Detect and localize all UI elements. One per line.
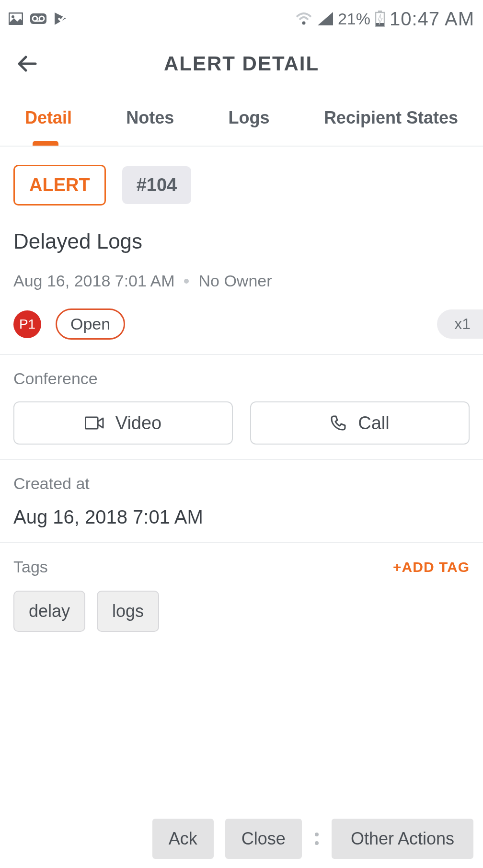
count-pill: x1 bbox=[437, 309, 483, 339]
ack-button[interactable]: Ack bbox=[152, 819, 214, 859]
phone-icon bbox=[330, 415, 346, 431]
signal-icon bbox=[317, 12, 333, 25]
close-alert-button[interactable]: Close bbox=[225, 819, 302, 859]
image-icon bbox=[9, 12, 23, 25]
tag-chip[interactable]: logs bbox=[97, 591, 159, 632]
created-at-label: Created at bbox=[13, 474, 470, 493]
meta-separator-dot bbox=[184, 279, 189, 284]
tags-section: Tags +ADD TAG delay logs bbox=[0, 543, 483, 637]
svg-rect-10 bbox=[85, 417, 98, 429]
clock-time: 10:47 AM bbox=[390, 8, 474, 30]
status-pill: Open bbox=[56, 308, 125, 340]
page-title: ALERT DETAIL bbox=[164, 52, 319, 75]
play-check-icon bbox=[54, 11, 68, 26]
tag-chip[interactable]: delay bbox=[13, 591, 85, 632]
voicemail-icon bbox=[30, 13, 47, 24]
app-bar: ALERT DETAIL bbox=[0, 37, 483, 90]
video-button-label: Video bbox=[115, 413, 162, 434]
created-at-value: Aug 16, 2018 7:01 AM bbox=[13, 506, 470, 528]
video-icon bbox=[85, 416, 104, 430]
bottom-action-bar: Ack Close Other Actions bbox=[0, 810, 483, 868]
other-actions-button[interactable]: Other Actions bbox=[332, 819, 473, 859]
battery-icon bbox=[375, 11, 385, 27]
conference-section: Conference Video Call bbox=[0, 355, 483, 460]
tab-bar: Detail Notes Logs Recipient States bbox=[0, 90, 483, 147]
tab-logs[interactable]: Logs bbox=[229, 103, 270, 133]
alert-title: Delayed Logs bbox=[13, 229, 470, 253]
back-button[interactable] bbox=[13, 49, 42, 78]
tab-detail[interactable]: Detail bbox=[25, 103, 72, 133]
kebab-icon bbox=[313, 833, 320, 845]
tab-notes[interactable]: Notes bbox=[126, 103, 174, 133]
alert-id-chip: #104 bbox=[122, 166, 192, 204]
alert-owner: No Owner bbox=[198, 272, 272, 290]
created-at-section: Created at Aug 16, 2018 7:01 AM bbox=[0, 460, 483, 543]
alert-type-chip: ALERT bbox=[13, 165, 106, 206]
wifi-icon bbox=[296, 12, 312, 25]
svg-point-1 bbox=[12, 15, 14, 18]
call-button[interactable]: Call bbox=[250, 401, 470, 445]
battery-percent: 21% bbox=[338, 10, 370, 28]
add-tag-button[interactable]: +ADD TAG bbox=[393, 559, 470, 575]
conference-label: Conference bbox=[13, 369, 470, 388]
alert-timestamp: Aug 16, 2018 7:01 AM bbox=[13, 272, 174, 290]
video-button[interactable]: Video bbox=[13, 401, 233, 445]
android-status-bar: 21% 10:47 AM bbox=[0, 0, 483, 37]
tags-label: Tags bbox=[13, 558, 48, 576]
tab-indicator bbox=[33, 141, 58, 146]
call-button-label: Call bbox=[358, 413, 389, 434]
priority-badge: P1 bbox=[13, 310, 41, 338]
tab-recipient-states[interactable]: Recipient States bbox=[324, 103, 458, 133]
alert-summary-section: ALERT #104 Delayed Logs Aug 16, 2018 7:0… bbox=[0, 147, 483, 355]
svg-point-6 bbox=[302, 22, 305, 25]
